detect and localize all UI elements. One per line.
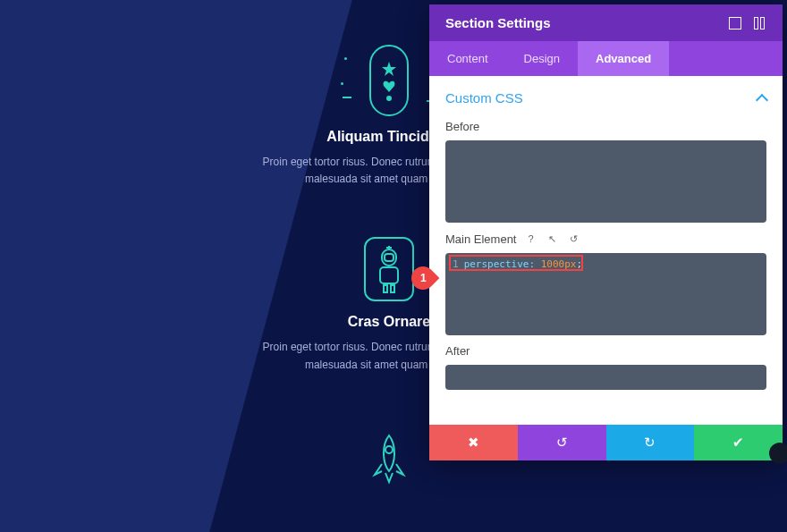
svg-rect-5 [384,285,387,292]
tab-content[interactable]: Content [429,41,506,76]
settings-panel: Section Settings Content Design Advanced… [429,4,783,460]
astronaut-icon [364,237,414,301]
panel-title: Section Settings [445,15,551,30]
help-icon[interactable]: ? [523,232,537,246]
panel-body: Custom CSS Before Main Element ? ↖ ↺ 1pe… [429,76,783,425]
redo-button[interactable]: ↻ [606,425,695,460]
css-semicolon: ; [576,258,582,270]
star-heart-icon [369,45,409,116]
column-view-icon[interactable] [754,17,766,30]
chevron-up-icon [756,93,768,106]
line-number: 1 [453,258,459,270]
rocket-icon [369,423,409,494]
accordion-label: Custom CSS [445,90,523,106]
label-after: After [445,344,766,358]
tab-design[interactable]: Design [506,41,578,76]
undo-button[interactable]: ↺ [518,425,606,460]
tab-bar: Content Design Advanced [429,41,783,76]
panel-footer: ✖ ↺ ↻ ✔ [429,425,783,460]
cursor-icon[interactable]: ↖ [545,232,559,246]
panel-header: Section Settings [429,4,783,41]
reset-icon[interactable]: ↺ [566,232,580,246]
callout-number: 1 [420,272,427,284]
svg-point-7 [385,446,393,453]
label-before: Before [445,120,766,133]
cancel-button[interactable]: ✖ [429,425,518,460]
svg-rect-6 [391,285,394,292]
svg-rect-4 [380,267,398,283]
accordion-custom-css[interactable]: Custom CSS [445,90,766,106]
svg-rect-3 [385,254,394,261]
tab-advanced[interactable]: Advanced [578,41,669,76]
css-value: 1000px [541,258,577,270]
floating-dot-icon [769,443,787,464]
css-before-input[interactable] [445,140,766,223]
css-main-input[interactable]: 1perspective: 1000px; [445,253,766,335]
css-after-input[interactable] [445,365,766,390]
main-element-text: Main Element [445,232,516,246]
expand-icon[interactable] [729,17,741,30]
label-main-element: Main Element ? ↖ ↺ [445,232,766,246]
css-property: perspective: [464,258,535,270]
